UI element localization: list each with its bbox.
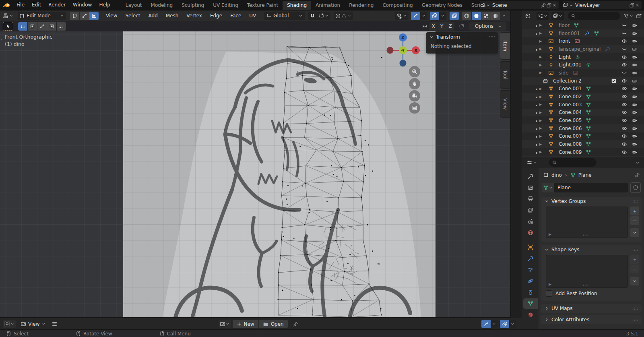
properties-tab-render[interactable] — [523, 182, 538, 193]
camera-visibility-icon[interactable] — [632, 141, 642, 147]
expand-caret[interactable]: ▶ — [539, 126, 548, 130]
add-vertex-group-button[interactable]: ＋ — [630, 207, 639, 215]
properties-tab-scene[interactable] — [523, 216, 538, 227]
mirror-z-toggle[interactable]: Z — [446, 22, 454, 31]
edge-select-button[interactable] — [80, 12, 89, 20]
properties-tab-world[interactable] — [523, 227, 538, 238]
workspace-tab-shading[interactable]: Shading — [283, 1, 311, 10]
sidebar-tab-tool[interactable]: Tool — [500, 61, 510, 89]
expand-caret[interactable]: ▶ — [539, 111, 548, 114]
menu-edit[interactable]: Edit — [28, 0, 45, 10]
viewport-menu-select[interactable]: Select — [121, 10, 144, 21]
outliner-row-light-001[interactable]: ▶Light.001 — [522, 61, 644, 69]
list-grip[interactable]: ∷∷ — [583, 283, 589, 287]
select-mode-extend-button[interactable] — [28, 22, 37, 31]
outliner-item-name[interactable]: front — [557, 38, 570, 44]
outliner-row-cone-009[interactable]: ▶Cone.009 — [522, 148, 644, 156]
axis-neg-x-ball[interactable] — [387, 47, 394, 54]
scene-selector[interactable]: Scene — [480, 1, 559, 9]
chevron-down-icon[interactable] — [569, 3, 574, 8]
eye-open-icon[interactable] — [621, 102, 632, 108]
camera-visibility-icon[interactable] — [632, 118, 642, 123]
outliner-item-name[interactable]: floor.001 — [557, 31, 580, 36]
outliner-row-front[interactable]: ▶front — [522, 37, 644, 45]
viewport-menu-edge[interactable]: Edge — [206, 10, 226, 21]
copy-icon[interactable] — [546, 2, 552, 8]
overlays-toggle[interactable] — [500, 320, 516, 328]
outliner-item-name[interactable]: floor — [557, 23, 570, 28]
workspace-tab-uv-editing[interactable]: UV Editing — [208, 1, 243, 10]
overlays-toggle[interactable] — [430, 12, 446, 20]
outliner-row-side[interactable]: ▶side — [522, 69, 644, 77]
eye-open-icon[interactable] — [621, 94, 632, 99]
copy-icon[interactable] — [629, 2, 635, 8]
outliner-row-floor[interactable]: ▶floor — [522, 21, 644, 29]
outliner-row-light[interactable]: ▶Light — [522, 53, 644, 61]
axis-neg-z-ball[interactable] — [400, 60, 407, 67]
properties-search[interactable] — [549, 158, 597, 167]
eye-open-icon[interactable] — [621, 133, 632, 139]
outliner-item-name[interactable]: Light.001 — [557, 62, 582, 68]
eye-open-icon[interactable] — [621, 38, 632, 44]
chevron-down-icon[interactable] — [347, 13, 352, 18]
camera-visibility-icon[interactable] — [632, 54, 642, 60]
overlays-icon[interactable] — [430, 12, 439, 20]
select-mode-new-button[interactable] — [18, 22, 27, 31]
eye-open-icon[interactable] — [621, 54, 632, 60]
camera-visibility-off-icon[interactable] — [632, 78, 642, 84]
camera-visibility-icon[interactable] — [632, 126, 642, 131]
expand-caret[interactable]: ▶ — [539, 150, 548, 154]
vertex-groups-header[interactable]: Vertex Groups∷∷ — [541, 197, 642, 206]
outliner-row-cone-002[interactable]: ▶Cone.002 — [522, 93, 644, 101]
properties-tab-physics[interactable] — [523, 276, 538, 286]
ortho-grid-icon[interactable] — [409, 102, 420, 114]
camera-visibility-icon[interactable] — [632, 70, 642, 76]
menu-render[interactable]: Render — [45, 0, 69, 10]
editor-type-button[interactable] — [3, 320, 16, 328]
camera-view-icon[interactable] — [409, 90, 420, 101]
outliner-row-floor-001[interactable]: ▶floor.001 — [522, 29, 644, 37]
outliner-row-lanscape-original[interactable]: ▶lanscape_original — [522, 45, 644, 53]
remove-shape-key-button[interactable]: − — [630, 265, 639, 273]
outliner-row-collection-2[interactable]: Collection 2 — [522, 77, 644, 85]
xray-toggle[interactable] — [450, 12, 459, 20]
image-browse-dropdown[interactable] — [219, 320, 231, 328]
chevron-down-icon[interactable] — [486, 3, 491, 8]
transform-panel-title[interactable]: Transform — [436, 34, 489, 40]
properties-tab-object[interactable] — [523, 242, 538, 252]
chevron-down-icon[interactable] — [501, 13, 507, 18]
outliner-item-name[interactable]: Cone.001 — [557, 86, 582, 91]
wireframe-shading-button[interactable] — [462, 12, 471, 20]
camera-visibility-icon[interactable] — [632, 110, 642, 115]
panel-grip[interactable]: ∷∷ — [489, 35, 495, 39]
add-rest-position-checkbox[interactable] — [546, 290, 552, 297]
face-select-button[interactable] — [89, 12, 99, 20]
breadcrumb-object[interactable]: dino — [551, 172, 562, 178]
outliner-row-cone-001[interactable]: ▶Cone.001 — [522, 85, 644, 93]
outliner-row-cone-006[interactable]: ▶Cone.006 — [522, 124, 644, 132]
vertex-group-specials-button[interactable] — [630, 228, 639, 237]
outliner-row-cone-004[interactable]: ▶Cone.004 — [522, 109, 644, 117]
chevron-down-icon[interactable] — [324, 13, 329, 18]
shape-keys-list[interactable]: ▶ ∷∷ — [546, 255, 628, 288]
eye-open-icon[interactable] — [621, 149, 632, 155]
eye-open-icon[interactable] — [621, 118, 632, 123]
viewport-menu-view[interactable]: View — [102, 10, 121, 21]
camera-visibility-off-icon[interactable] — [632, 46, 642, 52]
vertex-select-button[interactable] — [70, 12, 79, 20]
workspace-tab-texture-paint[interactable]: Texture Paint — [243, 1, 283, 10]
workspace-tab-rendering[interactable]: Rendering — [345, 1, 378, 10]
mode-dropdown[interactable]: Edit Mode — [18, 12, 66, 20]
eye-open-icon[interactable] — [621, 62, 632, 68]
scene-name[interactable]: Scene — [491, 2, 541, 8]
outliner-item-name[interactable]: Cone.005 — [557, 118, 582, 123]
datablock-type-button[interactable] — [542, 183, 554, 192]
new-collection-button[interactable] — [636, 13, 642, 19]
filter-type-dropdown[interactable] — [551, 12, 564, 20]
sidebar-tab-view[interactable]: View — [500, 90, 510, 118]
camera-visibility-icon[interactable] — [632, 23, 642, 28]
outliner-item-name[interactable]: Cone.004 — [557, 110, 582, 115]
gizmo-arrow-icon[interactable] — [411, 12, 420, 20]
visibility-dropdown[interactable] — [395, 12, 409, 20]
pin-icon[interactable] — [541, 2, 546, 8]
